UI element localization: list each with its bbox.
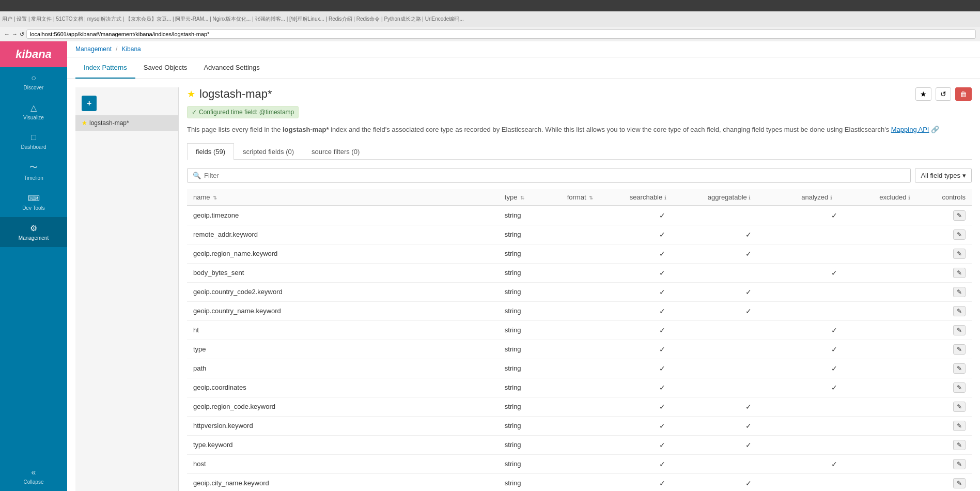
field-aggregatable-cell	[702, 454, 795, 473]
table-row: geoip.coordinates string ✓ ✓ ✎	[187, 378, 972, 397]
sidebar-item-discover[interactable]: ○ Discover	[0, 67, 67, 97]
col-controls-label: controls	[942, 193, 966, 201]
field-aggregatable-cell: ✓	[702, 473, 795, 491]
col-header-format[interactable]: format ⇅	[561, 189, 624, 206]
aggregatable-info-icon[interactable]: ℹ	[749, 195, 751, 201]
edit-field-button[interactable]: ✎	[953, 325, 966, 335]
field-format-cell	[561, 225, 624, 244]
back-icon[interactable]: ←	[4, 31, 10, 37]
field-controls-cell: ✎	[936, 416, 972, 435]
tab-scripted-fields[interactable]: scripted fields (0)	[234, 143, 303, 160]
edit-field-button[interactable]: ✎	[953, 363, 966, 374]
tab-source-filters[interactable]: source filters (0)	[303, 143, 368, 160]
field-analyzed-cell	[795, 416, 873, 435]
col-excluded-label: excluded	[879, 193, 906, 201]
field-format-cell	[561, 454, 624, 473]
edit-field-button[interactable]: ✎	[953, 421, 966, 431]
sidebar-item-dashboard[interactable]: □ Dashboard	[0, 127, 67, 156]
field-controls-cell: ✎	[936, 282, 972, 301]
tab-fields[interactable]: fields (59)	[187, 143, 234, 160]
aggregatable-check: ✓	[745, 307, 752, 315]
edit-field-button[interactable]: ✎	[953, 344, 966, 355]
star-icon[interactable]: ★	[187, 88, 195, 100]
field-type-cell: string	[499, 263, 561, 282]
field-type-cell: string	[499, 435, 561, 454]
index-pattern-item-logstash[interactable]: ★ logstash-map*	[75, 115, 178, 131]
management-label: Management	[19, 235, 49, 241]
edit-field-button[interactable]: ✎	[953, 478, 966, 488]
edit-field-button[interactable]: ✎	[953, 306, 966, 316]
sidebar-item-management[interactable]: ⚙ Management	[0, 217, 67, 247]
edit-field-button[interactable]: ✎	[953, 459, 966, 469]
refresh-button[interactable]: ↺	[936, 87, 951, 101]
management-icon: ⚙	[30, 223, 37, 233]
filter-field-input[interactable]	[204, 172, 905, 179]
searchable-info-icon[interactable]: ℹ	[664, 195, 666, 201]
field-excluded-cell	[873, 206, 936, 225]
edit-field-button[interactable]: ✎	[953, 268, 966, 278]
tab-advanced-settings[interactable]: Advanced Settings	[195, 57, 268, 79]
analyzed-check: ✓	[831, 383, 837, 392]
field-type-cell: string	[499, 301, 561, 320]
field-tabs: fields (59) scripted fields (0) source f…	[187, 143, 972, 160]
field-excluded-cell	[873, 340, 936, 359]
field-analyzed-cell	[795, 473, 873, 491]
visualize-icon: △	[30, 103, 37, 113]
sidebar-nav: ○ Discover △ Visualize □ Dashboard 〜 Tim…	[0, 67, 67, 462]
description-suffix: index and the field's associated core ty…	[331, 126, 889, 133]
field-excluded-cell	[873, 397, 936, 416]
searchable-check: ✓	[659, 441, 665, 449]
field-type-cell: string	[499, 320, 561, 340]
dashboard-label: Dashboard	[21, 144, 46, 150]
address-bar[interactable]	[26, 29, 976, 39]
field-name-cell: ht	[187, 320, 499, 340]
breadcrumb-management[interactable]: Management	[75, 45, 112, 53]
sidebar-item-timelion[interactable]: 〜 Timelion	[0, 156, 67, 187]
field-format-cell	[561, 206, 624, 225]
table-row: type string ✓ ✓ ✎	[187, 340, 972, 359]
field-type-dropdown[interactable]: All field types ▾	[915, 168, 972, 183]
delete-button[interactable]: 🗑	[955, 87, 972, 101]
field-controls-cell: ✎	[936, 454, 972, 473]
field-controls-cell: ✎	[936, 301, 972, 320]
sidebar-item-visualize[interactable]: △ Visualize	[0, 97, 67, 127]
field-format-cell	[561, 416, 624, 435]
add-index-pattern-button[interactable]: +	[82, 96, 97, 111]
edit-field-button[interactable]: ✎	[953, 382, 966, 393]
refresh-icon[interactable]: ↺	[20, 31, 24, 38]
edit-field-button[interactable]: ✎	[953, 229, 966, 240]
favorite-button[interactable]: ★	[915, 87, 931, 101]
tab-index-patterns[interactable]: Index Patterns	[75, 57, 135, 79]
analyzed-info-icon[interactable]: ℹ	[830, 195, 832, 201]
edit-field-button[interactable]: ✎	[953, 402, 966, 412]
forward-icon[interactable]: →	[12, 31, 18, 37]
field-aggregatable-cell: ✓	[702, 416, 795, 435]
sidebar-item-devtools[interactable]: ⌨ Dev Tools	[0, 187, 67, 217]
field-aggregatable-cell	[702, 378, 795, 397]
col-header-name[interactable]: name ⇅	[187, 189, 499, 206]
field-name-cell: path	[187, 359, 499, 378]
col-header-analyzed: analyzed ℹ	[795, 189, 873, 206]
edit-field-button[interactable]: ✎	[953, 287, 966, 297]
mapping-api-link[interactable]: Mapping API	[891, 126, 929, 133]
sidebar-logo: kibana	[0, 41, 67, 67]
excluded-info-icon[interactable]: ℹ	[908, 195, 910, 201]
timelion-icon: 〜	[29, 162, 38, 173]
field-aggregatable-cell: ✓	[702, 435, 795, 454]
field-excluded-cell	[873, 435, 936, 454]
table-row: httpversion.keyword string ✓ ✓ ✎	[187, 416, 972, 435]
col-type-label: type	[505, 193, 518, 201]
field-name-cell: geoip.timezone	[187, 206, 499, 225]
edit-field-button[interactable]: ✎	[953, 249, 966, 259]
breadcrumb-kibana[interactable]: Kibana	[121, 45, 141, 53]
edit-field-button[interactable]: ✎	[953, 210, 966, 221]
field-type-cell: string	[499, 282, 561, 301]
edit-field-button[interactable]: ✎	[953, 440, 966, 450]
field-type-cell: string	[499, 359, 561, 378]
sidebar-item-collapse[interactable]: « Collapse	[0, 462, 67, 491]
field-aggregatable-cell: ✓	[702, 282, 795, 301]
col-header-type[interactable]: type ⇅	[499, 189, 561, 206]
field-analyzed-cell: ✓	[795, 378, 873, 397]
field-searchable-cell: ✓	[624, 320, 702, 340]
tab-saved-objects[interactable]: Saved Objects	[135, 57, 196, 79]
